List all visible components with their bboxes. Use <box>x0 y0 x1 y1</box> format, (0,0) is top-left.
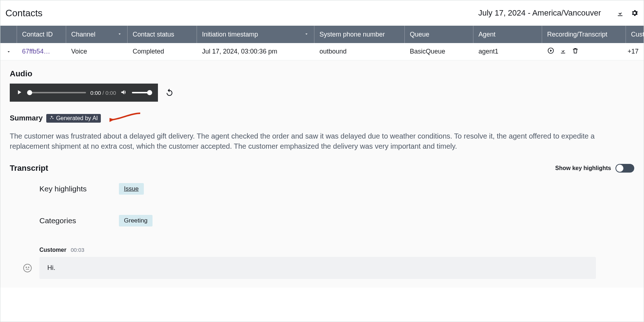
svg-point-1 <box>23 264 31 272</box>
col-contact-id[interactable]: Contact ID <box>17 26 66 43</box>
svg-point-2 <box>26 267 27 267</box>
greeting-chip[interactable]: Greeting <box>119 215 153 226</box>
col-expander <box>0 26 17 43</box>
cell-agent: agent1 <box>473 48 542 55</box>
table-header: Contact ID Channel Contact status Initia… <box>0 26 644 43</box>
svg-point-3 <box>28 267 29 267</box>
chevron-down-icon <box>299 31 309 38</box>
key-highlights-label: Key highlights <box>39 185 104 193</box>
page-title: Contacts <box>5 8 43 19</box>
col-queue[interactable]: Queue <box>405 26 473 43</box>
date-timezone: July 17, 2024 - America/Vancouver <box>478 8 601 18</box>
arrow-annotation-icon <box>110 112 142 124</box>
show-highlights-toggle-wrap: Show key highlights <box>555 164 634 173</box>
summary-header: Summary Generated by AI <box>10 112 634 124</box>
summary-text: The customer was frustrated about a dela… <box>10 131 631 151</box>
cell-channel: Voice <box>66 48 128 55</box>
sparkle-icon <box>49 115 54 122</box>
col-customer[interactable]: Cust <box>626 26 644 43</box>
transcript-header: Transcript Show key highlights <box>10 164 634 173</box>
show-highlights-toggle[interactable] <box>615 164 634 173</box>
settings-icon[interactable] <box>631 9 639 17</box>
categories-row: Categories Greeting <box>39 215 634 226</box>
detail-panel: Audio 0:00 / 0:00 Summary <box>0 60 644 288</box>
col-contact-status[interactable]: Contact status <box>128 26 197 43</box>
volume-slider[interactable] <box>132 92 152 93</box>
transcript-message: Customer 00:03 Hi. <box>39 247 634 279</box>
replay-icon[interactable] <box>165 88 174 97</box>
audio-time: 0:00 / 0:00 <box>90 90 116 96</box>
issue-chip[interactable]: Issue <box>119 183 144 195</box>
audio-seek-slider[interactable] <box>27 92 86 93</box>
cell-recording <box>542 47 626 56</box>
cell-status: Completed <box>128 48 197 55</box>
cell-customer: +17 <box>626 48 644 55</box>
audio-section-title: Audio <box>10 69 634 79</box>
col-initiation-timestamp[interactable]: Initiation timestamp <box>197 26 314 43</box>
play-icon[interactable] <box>16 89 23 97</box>
message-speaker: Customer <box>39 247 66 253</box>
table-row: 67ffb54… Voice Completed Jul 17, 2024, 0… <box>0 43 644 60</box>
col-agent[interactable]: Agent <box>473 26 542 43</box>
transcript-title: Transcript <box>10 164 48 173</box>
audio-row: 0:00 / 0:00 <box>10 84 634 102</box>
cell-queue: BasicQueue <box>405 48 473 55</box>
row-expander[interactable] <box>0 49 17 54</box>
key-highlights-row: Key highlights Issue <box>39 183 634 195</box>
play-circle-icon[interactable] <box>547 47 554 56</box>
col-system-phone[interactable]: System phone number <box>314 26 405 43</box>
cell-sys-phone: outbound <box>314 48 405 55</box>
chevron-down-icon <box>112 31 122 38</box>
col-channel[interactable]: Channel <box>66 26 128 43</box>
generated-by-ai-badge: Generated by AI <box>46 114 101 123</box>
download-icon[interactable] <box>559 47 567 56</box>
col-recording-transcript[interactable]: Recording/Transcript <box>542 26 626 43</box>
contact-id-link[interactable]: 67ffb54… <box>22 48 50 55</box>
download-icon[interactable] <box>616 9 624 17</box>
top-bar: Contacts July 17, 2024 - America/Vancouv… <box>0 0 644 26</box>
neutral-face-icon <box>23 263 32 273</box>
trash-icon[interactable] <box>572 47 579 56</box>
categories-label: Categories <box>39 216 104 225</box>
message-time: 00:03 <box>71 247 85 253</box>
message-text: Hi. <box>39 257 596 279</box>
cell-init-ts: Jul 17, 2024, 03:00:36 pm <box>197 48 314 55</box>
show-highlights-label: Show key highlights <box>555 165 611 171</box>
summary-title: Summary <box>10 114 43 122</box>
audio-player: 0:00 / 0:00 <box>10 84 158 102</box>
top-bar-actions: July 17, 2024 - America/Vancouver <box>478 8 639 18</box>
volume-icon[interactable] <box>120 89 128 97</box>
